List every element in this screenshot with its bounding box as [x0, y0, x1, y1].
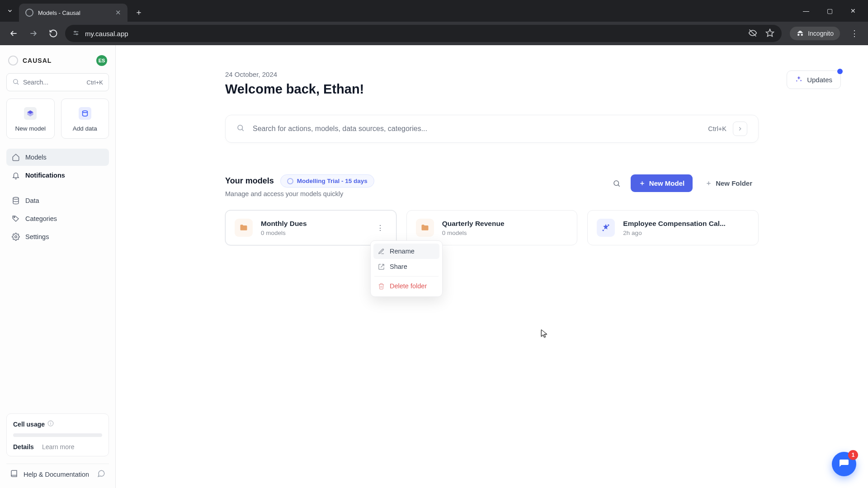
svg-point-13	[13, 197, 19, 200]
brand-logo-icon	[8, 56, 18, 66]
support-chat-button[interactable]: 1	[832, 452, 856, 476]
new-folder-button[interactable]: ＋ New Folder	[699, 174, 759, 192]
add-data-card[interactable]: Add data	[61, 99, 109, 139]
chat-unread-badge: 1	[848, 450, 858, 460]
search-models-button[interactable]	[609, 176, 624, 191]
help-label: Help & Documentation	[24, 471, 89, 478]
tab-favicon	[25, 9, 33, 17]
context-menu-share[interactable]: Share	[373, 259, 439, 274]
svg-point-24	[603, 230, 604, 231]
new-model-card[interactable]: New model	[6, 99, 55, 139]
window-controls: — ▢ ✕	[799, 7, 864, 14]
card-title: Monthly Dues	[261, 220, 307, 228]
window-close-icon[interactable]: ✕	[846, 7, 860, 14]
window-minimize-icon[interactable]: —	[799, 7, 813, 14]
gear-icon	[12, 233, 20, 241]
context-menu-rename-label: Rename	[390, 248, 415, 255]
svg-rect-17	[50, 423, 51, 425]
browser-reload-button[interactable]	[45, 25, 61, 42]
cell-usage-card: Cell usage Details Learn more	[6, 413, 109, 456]
bell-icon	[12, 171, 20, 179]
updates-unread-dot	[837, 69, 843, 74]
nav-models[interactable]: Models	[6, 149, 109, 166]
context-menu-delete[interactable]: Delete folder	[373, 278, 439, 294]
new-model-icon	[24, 107, 37, 120]
site-settings-icon[interactable]	[72, 29, 80, 38]
search-go-button[interactable]	[733, 122, 747, 136]
folder-icon	[416, 219, 434, 237]
section-subtitle: Manage and access your models quickly	[225, 190, 374, 197]
brand-row: CAUSAL ES	[6, 52, 109, 73]
plus-icon: ＋	[639, 179, 646, 188]
edit-icon	[378, 248, 385, 255]
card-subtitle: 0 models	[261, 230, 307, 236]
svg-line-20	[242, 129, 243, 131]
svg-point-4	[75, 31, 76, 33]
browser-address-bar[interactable]: my.causal.app	[65, 25, 782, 42]
tab-close-icon[interactable]: ✕	[115, 9, 121, 17]
updates-button[interactable]: Updates	[787, 70, 841, 89]
info-icon[interactable]	[47, 420, 54, 428]
add-data-label: Add data	[73, 125, 97, 132]
browser-forward-button[interactable]	[25, 25, 42, 42]
tracking-off-icon[interactable]	[748, 28, 757, 39]
trial-ring-icon	[287, 178, 293, 184]
sidebar-search-input[interactable]: Search... Ctrl+K	[6, 73, 109, 91]
svg-rect-18	[50, 422, 51, 422]
nav-settings[interactable]: Settings	[6, 228, 109, 245]
help-documentation[interactable]: Help & Documentation	[6, 464, 109, 481]
book-icon	[10, 469, 18, 479]
browser-menu-icon[interactable]: ⋮	[846, 25, 863, 42]
url-text: my.causal.app	[85, 30, 128, 38]
browser-back-button[interactable]	[5, 25, 22, 42]
home-icon	[12, 153, 20, 161]
current-date: 24 October, 2024	[225, 70, 759, 78]
incognito-badge[interactable]: Incognito	[790, 27, 840, 40]
svg-marker-7	[766, 29, 774, 36]
brand-name: CAUSAL	[23, 57, 52, 64]
share-icon	[378, 263, 385, 270]
search-icon	[12, 78, 19, 87]
trash-icon	[378, 283, 385, 290]
incognito-label: Incognito	[808, 30, 834, 37]
trial-badge[interactable]: Modelling Trial - 15 days	[280, 174, 374, 188]
nav-categories-label: Categories	[25, 215, 57, 222]
folder-icon	[235, 219, 253, 237]
new-model-button[interactable]: ＋ New Model	[631, 174, 693, 192]
nav-categories[interactable]: Categories	[6, 210, 109, 227]
svg-point-5	[76, 33, 78, 35]
context-menu-separator	[374, 276, 439, 277]
usage-details-link[interactable]: Details	[13, 443, 34, 450]
browser-tab[interactable]: Models - Causal ✕	[19, 4, 127, 22]
section-title: Your models	[225, 176, 274, 186]
tab-search-dropdown[interactable]	[4, 5, 16, 17]
svg-point-15	[15, 236, 17, 238]
new-model-label: New model	[15, 125, 46, 132]
nav-notifications[interactable]: Notifications	[6, 167, 109, 184]
usage-progress-bar	[13, 433, 102, 437]
card-overflow-menu-button[interactable]: ⋮	[373, 221, 387, 235]
context-menu: Rename Share Delete folder	[370, 240, 443, 297]
global-search-input[interactable]: Search for actions, models, data sources…	[225, 115, 759, 143]
card-subtitle: 0 models	[442, 230, 505, 236]
folder-card[interactable]: Monthly Dues 0 models ⋮ Rename Share	[225, 210, 396, 245]
bookmark-star-icon[interactable]	[765, 28, 774, 39]
tag-icon	[12, 215, 20, 223]
user-avatar[interactable]: ES	[96, 55, 107, 66]
main-content: 24 October, 2024 Welcome back, Ethan! Up…	[116, 45, 868, 488]
context-menu-share-label: Share	[390, 263, 407, 270]
context-menu-rename[interactable]: Rename	[373, 244, 439, 259]
comment-icon[interactable]	[97, 469, 105, 479]
updates-label: Updates	[807, 76, 832, 84]
nav-settings-label: Settings	[25, 233, 49, 240]
global-search-shortcut: Ctrl+K	[708, 125, 726, 132]
new-tab-button[interactable]: ＋	[132, 5, 146, 19]
sparkle-icon	[795, 75, 802, 84]
window-maximize-icon[interactable]: ▢	[823, 7, 836, 14]
nav-data[interactable]: Data	[6, 192, 109, 209]
sidebar-search-shortcut: Ctrl+K	[87, 79, 103, 86]
card-title: Employee Compensation Cal...	[623, 220, 726, 228]
usage-learn-link[interactable]: Learn more	[42, 443, 75, 450]
model-card[interactable]: Employee Compensation Cal... 2h ago	[587, 210, 759, 245]
cell-usage-title: Cell usage	[13, 421, 45, 428]
